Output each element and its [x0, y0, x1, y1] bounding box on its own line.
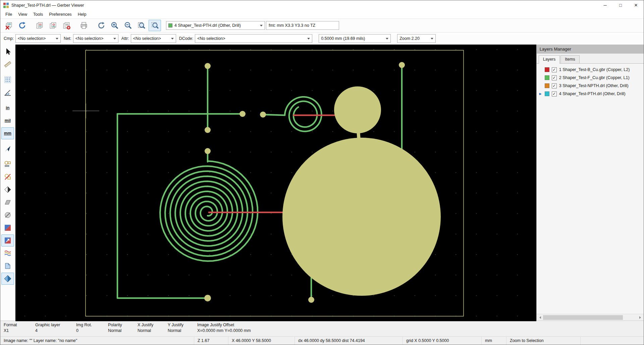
- layer-row-1[interactable]: ✓ 1 Shaper_Test-B_Cu.gbr (Copper, L2): [537, 66, 644, 74]
- img-rot-label: Img Rot.: [76, 322, 108, 328]
- attr-select[interactable]: <No selection>: [131, 34, 176, 43]
- open-drill-file-button[interactable]: [47, 20, 59, 31]
- menu-bar: File View Tools Preferences Help: [0, 10, 644, 18]
- menu-preferences[interactable]: Preferences: [46, 11, 74, 18]
- zoom-out-button[interactable]: [122, 20, 134, 31]
- title-bar: Shaper_Test-PTH.drl — Gerber Viewer ─ □ …: [0, 0, 644, 10]
- flip-view-button[interactable]: [1, 260, 14, 272]
- clear-all-layers-button[interactable]: [2, 20, 15, 31]
- app-icon: [3, 2, 9, 8]
- open-gerber-file-button[interactable]: [33, 20, 46, 31]
- close-button[interactable]: ✕: [628, 0, 644, 10]
- relative-position: dx 46.0000 dy 58.5000 dist 74.4194: [295, 337, 403, 345]
- active-layer-select[interactable]: 4 Shaper_Test-PTH.drl (Other, Drill): [166, 21, 265, 30]
- grid-overlay: [15, 45, 536, 321]
- select-tool-button[interactable]: [1, 46, 14, 58]
- zoom-in-button[interactable]: [108, 20, 121, 31]
- layer-row-4[interactable]: ▶ ✓ 4 Shaper_Test-PTH.drl (Other, Drill): [537, 90, 644, 98]
- cursor-position: X 46.0000 Y 58.5000: [228, 337, 295, 345]
- measure-tool-button[interactable]: [1, 58, 14, 70]
- layer-4-checkbox[interactable]: ✓: [552, 91, 557, 96]
- graphic-layer-label: Graphic layer: [35, 322, 76, 328]
- polarity-value: Normal: [108, 328, 138, 334]
- scroll-right-arrow-icon[interactable]: [638, 314, 644, 321]
- units-mil-button[interactable]: mil: [1, 115, 14, 127]
- print-button[interactable]: [77, 20, 90, 31]
- xor-mode-button[interactable]: [1, 234, 14, 247]
- layer-2-swatch: [545, 75, 549, 80]
- x-justify-value: Normal: [138, 328, 168, 334]
- layer-3-label: 3 Shaper_Test-NPTH.drl (Other, Drill): [559, 83, 629, 88]
- menu-help[interactable]: Help: [75, 11, 90, 18]
- open-job-file-button[interactable]: [60, 20, 72, 31]
- units-readout: mm: [482, 337, 506, 345]
- grid-size-value: 0.5000 mm (19.69 mils): [321, 36, 365, 41]
- tab-items[interactable]: Items: [560, 55, 580, 63]
- layers-manager-tabs: Layers Items: [537, 54, 644, 64]
- units-mm-button[interactable]: mm: [1, 127, 14, 139]
- dcode-label: DCode:: [179, 36, 193, 41]
- layer-4-label: 4 Shaper_Test-PTH.drl (Other, Drill): [559, 91, 626, 96]
- menu-tools[interactable]: Tools: [30, 11, 46, 18]
- dcode-select[interactable]: <No selection>: [195, 34, 312, 43]
- layer-4-selected-arrow-icon: ▶: [539, 92, 542, 95]
- attr-select-value: <No selection>: [133, 36, 161, 41]
- zoom-selection-button[interactable]: [149, 20, 161, 31]
- gerber-canvas[interactable]: [15, 45, 536, 321]
- polarity-label: Polarity: [108, 322, 138, 328]
- redraw-view-button[interactable]: [95, 20, 107, 31]
- scroll-left-arrow-icon[interactable]: [537, 314, 543, 321]
- zoom-fit-button[interactable]: [135, 20, 148, 31]
- sketch-flashed-items-button[interactable]: [1, 171, 14, 183]
- cursor-shape-button[interactable]: [1, 143, 14, 155]
- layer-1-swatch: [545, 67, 549, 72]
- cmp-select[interactable]: <No selection>: [15, 34, 61, 43]
- menu-view[interactable]: View: [15, 11, 30, 18]
- zoom-mode-readout: Zoom to Selection: [506, 337, 581, 345]
- units-inch-button[interactable]: in: [1, 102, 14, 114]
- net-label: Net:: [64, 36, 71, 41]
- layers-manager-panel: Layers Manager Layers Items ✓ 1 Shaper_T…: [536, 45, 644, 321]
- layer-1-checkbox[interactable]: ✓: [552, 67, 557, 72]
- units-mil-label: mil: [5, 118, 11, 123]
- left-toolbar: θ in mil mm 000: [0, 45, 15, 321]
- layer-3-checkbox[interactable]: ✓: [552, 83, 557, 88]
- img-rot-value: 0: [76, 328, 108, 334]
- tab-layers[interactable]: Layers: [539, 55, 560, 64]
- format-value: X1: [4, 328, 35, 334]
- scrollbar-thumb[interactable]: [543, 315, 623, 320]
- dcode-select-value: <No selection>: [197, 36, 225, 41]
- active-layer-select-value: 4 Shaper_Test-PTH.drl (Other, Drill): [174, 23, 241, 28]
- layers-horizontal-scrollbar[interactable]: [537, 314, 644, 321]
- active-layer-swatch: [168, 23, 172, 27]
- graphic-layer-value: 4: [35, 328, 76, 334]
- layer-4-swatch: [545, 91, 549, 96]
- reload-layers-icon[interactable]: [16, 20, 28, 31]
- y-justify-value: Normal: [168, 328, 197, 334]
- minimize-button[interactable]: ─: [597, 0, 613, 10]
- polar-coords-button[interactable]: θ: [1, 86, 14, 98]
- menu-file[interactable]: File: [2, 11, 15, 18]
- layers-manager-toggle-button[interactable]: [1, 273, 14, 285]
- status-bar-top: Format X1 Graphic layer 4 Img Rot. 0 Pol…: [0, 321, 644, 336]
- zoom-level-select[interactable]: Zoom 2.20: [397, 34, 436, 43]
- layer-2-checkbox[interactable]: ✓: [552, 75, 557, 80]
- grid-toggle-button[interactable]: [1, 74, 14, 86]
- zoom-factor: Z 1.67: [194, 337, 228, 345]
- net-select[interactable]: <No selection>: [73, 34, 118, 43]
- sketch-lines-button[interactable]: [1, 184, 14, 196]
- show-dcodes-button[interactable]: 000: [1, 158, 14, 170]
- ghost-negative-objects-button[interactable]: [1, 209, 14, 221]
- maximize-button[interactable]: □: [613, 0, 628, 10]
- grid-readout: grid X 0.5000 Y 0.5000: [403, 337, 482, 345]
- layer-row-2[interactable]: ✓ 2 Shaper_Test-F_Cu.gbr (Copper, L1): [537, 74, 644, 82]
- sketch-polygons-button[interactable]: [1, 196, 14, 208]
- layer-3-swatch: [545, 83, 549, 88]
- high-contrast-button[interactable]: [1, 247, 14, 259]
- image-layer-names: Image name: "" Layer name: "no name": [0, 337, 194, 345]
- zoom-level-value: Zoom 2.20: [399, 36, 420, 41]
- main-area: θ in mil mm 000: [0, 45, 644, 321]
- layer-row-3[interactable]: ✓ 3 Shaper_Test-NPTH.drl (Other, Drill): [537, 82, 644, 90]
- grid-size-select[interactable]: 0.5000 mm (19.69 mils): [319, 34, 391, 43]
- diff-mode-button[interactable]: [1, 222, 14, 234]
